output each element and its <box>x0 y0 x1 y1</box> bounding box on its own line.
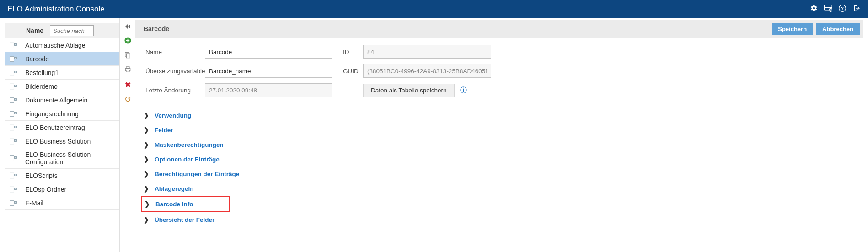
chevron-right-icon: ❯ <box>144 112 152 119</box>
mask-icon <box>5 93 21 107</box>
sidebar-item-label: ELOScripts <box>21 169 119 182</box>
sidebar-item-label: Eingangsrechnung <box>21 107 119 120</box>
sidebar-item[interactable]: Dokumente Allgemein <box>5 93 119 107</box>
sidebar-item[interactable]: Bestellung1 <box>5 66 119 80</box>
sidebar-item[interactable]: Eingangsrechnung <box>5 107 119 121</box>
sidebar-item-label: ELO Benutzereintrag <box>21 121 119 134</box>
accordion-item[interactable]: ❯Ablageregeln <box>141 181 863 196</box>
sidebar-item-label: ELOsp Ordner <box>21 183 119 196</box>
name-label: Name <box>145 48 205 55</box>
mask-icon <box>5 196 21 209</box>
guid-input <box>363 64 491 78</box>
chevron-right-icon: ❯ <box>144 185 152 192</box>
sidebar-item-label: Bestellung1 <box>21 66 119 79</box>
refresh-icon[interactable] <box>124 96 131 104</box>
svg-text:i: i <box>830 9 831 11</box>
accordion-label: Verwendung <box>152 112 191 119</box>
guid-label: GUID <box>343 68 363 75</box>
sidebar-list: Automatische AblageBarcodeBestellung1Bil… <box>5 38 119 252</box>
print-icon[interactable] <box>124 66 131 74</box>
accordion-item[interactable]: ❯Maskenberechtigungen <box>141 137 863 152</box>
sidebar-item[interactable]: Automatische Ablage <box>5 38 119 52</box>
add-icon[interactable] <box>124 37 131 45</box>
main-panel: Barcode Speichern Abbrechen Name ID Über… <box>135 18 868 252</box>
accordion-item[interactable]: ❯Barcode Info <box>141 196 230 212</box>
mask-icon <box>5 134 21 148</box>
mask-icon <box>5 107 21 120</box>
help-icon[interactable]: ? <box>839 5 846 14</box>
accordion-item[interactable]: ❯Felder <box>141 123 863 137</box>
app-header: ELO Administration Console i ? <box>0 0 868 18</box>
sidebar-item-label: Dokumente Allgemein <box>21 94 119 107</box>
id-label: ID <box>343 48 363 55</box>
sidebar-item[interactable]: Bilderdemo <box>5 80 119 93</box>
sidebar-item[interactable]: ELO Business Solution <box>5 134 119 148</box>
sidebar-item[interactable]: E-Mail <box>5 196 119 210</box>
app-title: ELO Administration Console <box>7 5 105 14</box>
sidebar-item[interactable]: ELO Benutzereintrag <box>5 121 119 134</box>
sidebar-item-label: Automatische Ablage <box>21 39 119 52</box>
accordion-item[interactable]: ❯Übersicht der Felder <box>141 212 863 227</box>
sidebar-search-input[interactable] <box>50 25 94 36</box>
header-actions: i ? <box>810 5 861 14</box>
accordion-label: Felder <box>152 127 173 134</box>
accordion-item[interactable]: ❯Verwendung <box>141 108 863 123</box>
accordion-item[interactable]: ❯Optionen der Einträge <box>141 152 863 166</box>
sidebar-name-col[interactable]: Name <box>21 27 48 34</box>
chevron-right-icon: ❯ <box>144 216 152 223</box>
mask-icon <box>5 52 21 65</box>
svg-text:?: ? <box>841 6 844 11</box>
id-input <box>363 45 491 59</box>
tvar-label: Übersetzungsvariable <box>145 68 205 75</box>
mask-icon <box>5 169 21 182</box>
svg-rect-20 <box>126 70 129 72</box>
sidebar-item[interactable]: Barcode <box>5 52 119 66</box>
mask-icon <box>5 148 21 168</box>
sidebar-item[interactable]: ELOScripts <box>5 169 119 182</box>
sidebar-icon-col <box>5 23 21 38</box>
sidebar-item-label: E-Mail <box>21 197 119 209</box>
accordion-label: Optionen der Einträge <box>152 156 220 163</box>
chevron-right-icon: ❯ <box>144 155 152 163</box>
main-header: Barcode Speichern Abbrechen <box>135 20 863 38</box>
sidebar-item[interactable]: ELO Business Solution Configuration <box>5 148 119 169</box>
lastmod-label: Letzte Änderung <box>145 87 205 94</box>
sidebar-item[interactable]: ELOsp Ordner <box>5 182 119 196</box>
accordion-label: Berechtigungen der Einträge <box>152 171 239 177</box>
chevron-right-icon: ❯ <box>145 200 153 208</box>
server-info-icon[interactable]: i <box>824 5 832 14</box>
logout-icon[interactable] <box>852 5 861 14</box>
chevron-right-icon: ❯ <box>144 170 152 177</box>
mask-icon <box>5 121 21 134</box>
lastmod-input <box>205 83 332 97</box>
form-area: Name ID Übersetzungsvariable GUID <box>135 38 863 108</box>
action-strip: ✖ <box>120 18 135 252</box>
chevron-right-icon: ❯ <box>144 141 152 148</box>
delete-icon[interactable]: ✖ <box>125 80 131 89</box>
sidebar-item-label: Bilderdemo <box>21 80 119 93</box>
accordion-label: Ablageregeln <box>152 185 194 192</box>
mask-icon <box>5 182 21 196</box>
cancel-button[interactable]: Abbrechen <box>816 23 860 35</box>
name-input[interactable] <box>205 45 332 59</box>
collapse-icon[interactable] <box>124 23 131 31</box>
main-title: Barcode <box>144 25 169 32</box>
save-as-table-button[interactable]: Daten als Tabelle speichern <box>363 84 455 97</box>
sidebar: Name Automatische AblageBarcodeBestellun… <box>0 18 120 252</box>
gear-icon[interactable] <box>810 5 818 14</box>
svg-rect-17 <box>126 54 130 58</box>
sidebar-item-label: ELO Business Solution <box>21 135 119 148</box>
accordion-item[interactable]: ❯Berechtigungen der Einträge <box>141 166 863 181</box>
copy-icon[interactable] <box>124 52 131 60</box>
accordion-list: ❯Verwendung❯Felder❯Maskenberechtigungen❯… <box>135 108 863 227</box>
accordion-label: Maskenberechtigungen <box>152 141 224 148</box>
chevron-right-icon: ❯ <box>144 126 152 134</box>
tvar-input[interactable] <box>205 64 332 78</box>
save-button[interactable]: Speichern <box>772 23 813 35</box>
accordion-label: Übersicht der Felder <box>152 216 214 223</box>
accordion-label: Barcode Info <box>153 201 193 208</box>
mask-icon <box>5 38 21 52</box>
info-icon[interactable]: ⓘ <box>460 86 467 95</box>
sidebar-item-label: Barcode <box>21 53 119 65</box>
sidebar-header: Name <box>5 23 119 38</box>
